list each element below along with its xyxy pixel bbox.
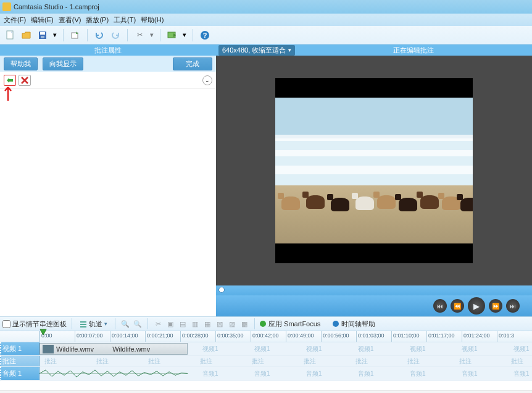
new-icon[interactable] xyxy=(4,28,17,42)
done-button[interactable]: 完成 xyxy=(173,57,212,70)
help-me-button[interactable]: 帮助我 xyxy=(4,57,38,70)
svg-rect-2 xyxy=(40,32,45,35)
menu-file[interactable]: 文件(F) xyxy=(4,15,26,25)
open-icon[interactable] xyxy=(20,28,33,42)
svg-text:?: ? xyxy=(203,32,207,39)
ghost-label: 音频1 xyxy=(407,367,426,380)
save-icon[interactable] xyxy=(36,28,49,42)
preview-canvas[interactable] xyxy=(216,56,532,285)
ghost-label: 音频1 xyxy=(355,367,374,380)
audio-track-body[interactable]: 音频1音频1音频1音频1音频1音频1音频1音频1音频1音频1 xyxy=(39,367,532,380)
storyboard-input[interactable] xyxy=(2,320,10,328)
menu-help[interactable]: 帮助(H) xyxy=(141,15,164,25)
video-track-body[interactable]: Wildlife.wmv Wildlife.wmv 视频1视频1视频1视频1视频… xyxy=(39,342,532,355)
ruler-tick: 0:00:14;00 xyxy=(110,331,138,342)
menu-play[interactable]: 播放(P) xyxy=(86,15,109,25)
status-bar: 就绪 xyxy=(0,391,532,393)
tool-7-icon[interactable]: ▨ xyxy=(227,319,237,329)
title-bar: Camtasia Studio - 1.camproj xyxy=(0,0,532,14)
ghost-label: 视频1 xyxy=(355,342,374,355)
ghost-label: 批注 xyxy=(509,356,523,366)
clip-thumb-icon xyxy=(43,345,54,353)
ghost-label: 视频1 xyxy=(407,342,426,355)
produce-icon[interactable] xyxy=(165,28,179,42)
smartfocus-button[interactable]: 应用 SmartFocus xyxy=(260,319,320,329)
cut-icon[interactable]: ✂ xyxy=(133,28,146,42)
callout-track: 批注 批注批注批注批注批注批注批注批注批注批注 xyxy=(0,356,532,367)
playback-controls: ⏮ ⏪ ▶ ⏩ ⏭ xyxy=(216,295,532,316)
help-icon[interactable]: ? xyxy=(198,28,212,42)
zoom-selector[interactable]: 640x480, 收缩至适合 xyxy=(218,45,295,56)
clip-name-2: Wildlife.wmv xyxy=(112,345,150,353)
ghost-label: 音频1 xyxy=(304,367,322,380)
audio-track-header[interactable]: 音频 1 xyxy=(0,367,39,380)
timeline-toolbar: 显示情节串连图板 轨道 🔍 🔍 ✂ ▣ ▤ ▥ ▦ ▧ ▨ ▩ 应用 Smart… xyxy=(0,316,532,331)
import-icon[interactable] xyxy=(69,28,82,42)
preview-header: 640x480, 收缩至适合 正在编辑批注 xyxy=(216,44,532,56)
ghost-label: 批注 xyxy=(301,356,316,366)
rewind-button[interactable]: ⏪ xyxy=(451,299,464,313)
menu-view[interactable]: 查看(V) xyxy=(59,15,81,25)
ghost-label: 视频1 xyxy=(200,342,218,355)
track-dropdown-label: 轨道 xyxy=(89,319,102,329)
ghost-label: 批注 xyxy=(146,356,160,366)
ruler-tick: 0:01:17;00 xyxy=(426,331,455,342)
timeline-ruler[interactable]: 0:000:00:07;000:00:14;000:00:21;000:00:2… xyxy=(0,331,532,342)
undo-icon[interactable] xyxy=(93,28,106,42)
timeline: 0:000:00:07;000:00:14;000:00:21;000:00:2… xyxy=(0,331,532,391)
ghost-label: 音频1 xyxy=(511,367,530,380)
video-track: 视频 1 Wildlife.wmv Wildlife.wmv 视频1视频1视频1… xyxy=(0,342,532,356)
zoom-label: 640x480, 收缩至适合 xyxy=(222,46,286,55)
tool-2-icon[interactable]: ▣ xyxy=(165,319,175,329)
callout-track-body[interactable]: 批注批注批注批注批注批注批注批注批注批注 xyxy=(39,356,532,366)
tool-6-icon[interactable]: ▧ xyxy=(215,319,225,329)
play-button[interactable]: ▶ xyxy=(468,297,485,315)
video-clip[interactable]: Wildlife.wmv Wildlife.wmv xyxy=(39,343,188,355)
audio-track: 音频 1 音频1音频1音频1音频1音频1音频1音频1音频1音频1音频1 xyxy=(0,367,532,381)
annotation-arrow-icon xyxy=(3,83,13,102)
prev-button[interactable]: ⏮ xyxy=(433,299,447,313)
zoom-out-icon[interactable]: 🔍 xyxy=(133,319,143,329)
zoom-in-icon[interactable]: 🔍 xyxy=(120,319,130,329)
next-button[interactable]: ⏭ xyxy=(506,299,520,313)
remove-callout-button[interactable] xyxy=(19,75,31,86)
cut-dropdown-icon[interactable]: ▾ xyxy=(149,28,155,42)
video-content xyxy=(275,98,473,243)
ghost-label: 批注 xyxy=(249,356,264,366)
tool-5-icon[interactable]: ▦ xyxy=(202,319,212,329)
ruler-tick: 0:01:03;00 xyxy=(356,331,384,342)
ghost-label: 视频1 xyxy=(459,342,478,355)
menu-tools[interactable]: 工具(T) xyxy=(114,15,136,25)
produce-dropdown-icon[interactable]: ▾ xyxy=(181,28,188,42)
scrub-bar[interactable] xyxy=(216,285,532,295)
tool-8-icon[interactable]: ▩ xyxy=(239,319,249,329)
show-me-button[interactable]: 向我显示 xyxy=(43,57,83,70)
callout-icon-row: ⌄ xyxy=(0,72,216,89)
ghost-label: 批注 xyxy=(42,356,57,366)
ghost-label: 视频1 xyxy=(252,342,270,355)
save-dropdown-icon[interactable]: ▾ xyxy=(52,28,58,42)
tool-4-icon[interactable]: ▥ xyxy=(190,319,200,329)
ghost-label: 视频1 xyxy=(511,342,530,355)
preview-title: 正在编辑批注 xyxy=(295,46,532,55)
ghost-label: 视频1 xyxy=(304,342,322,355)
menu-bar: 文件(F) 编辑(E) 查看(V) 播放(P) 工具(T) 帮助(H) xyxy=(0,14,532,26)
menu-edit[interactable]: 编辑(E) xyxy=(31,15,54,25)
redo-icon[interactable] xyxy=(109,28,122,42)
expand-button[interactable]: ⌄ xyxy=(202,75,212,85)
storyboard-checkbox[interactable]: 显示情节串连图板 xyxy=(2,319,67,329)
video-track-header[interactable]: 视频 1 xyxy=(0,342,39,355)
properties-panel: 批注属性 帮助我 向我显示 完成 ⌄ xyxy=(0,44,216,316)
track-dropdown[interactable]: 轨道 xyxy=(77,319,110,329)
playhead-icon[interactable] xyxy=(39,329,47,336)
tool-1-icon[interactable]: ✂ xyxy=(153,319,163,329)
callout-track-header[interactable]: 批注 xyxy=(0,356,39,366)
forward-button[interactable]: ⏩ xyxy=(489,299,502,313)
timeline-help-button[interactable]: 时间轴帮助 xyxy=(333,319,375,329)
video-frame xyxy=(275,78,473,263)
tool-3-icon[interactable]: ▤ xyxy=(178,319,188,329)
ruler-tick: 0:00:56;00 xyxy=(321,331,349,342)
window-title: Camtasia Studio - 1.camproj xyxy=(14,3,99,11)
ruler-tick: 0:01:3 xyxy=(497,331,514,342)
scrub-head[interactable] xyxy=(218,287,225,293)
